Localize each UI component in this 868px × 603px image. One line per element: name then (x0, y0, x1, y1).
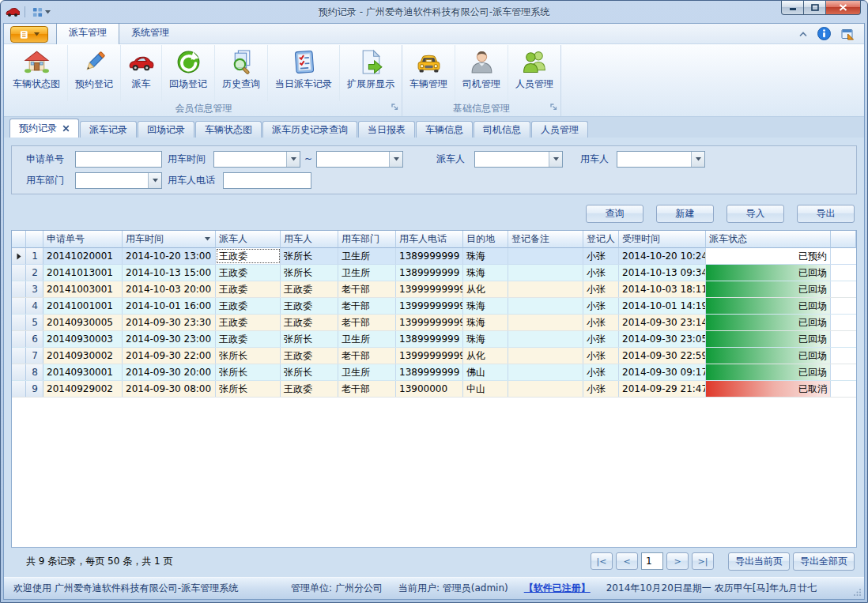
grid-cell[interactable]: 老干部 (338, 381, 396, 397)
grid-cell[interactable]: 王政委 (281, 348, 338, 364)
query-button[interactable]: 查询 (586, 205, 643, 223)
grid-header-cell[interactable]: 受理时间 (619, 231, 706, 248)
grid-cell[interactable]: 王政委 (216, 315, 281, 330)
grid-header-cell[interactable]: 用车人电话 (396, 231, 463, 248)
grid-cell[interactable]: 1389999999 (396, 331, 463, 347)
grid-cell[interactable]: 13999999999 (396, 298, 463, 314)
grid-header-cell[interactable]: 目的地 (463, 231, 508, 248)
minimize-button[interactable] (781, 1, 804, 15)
row-selector-cell[interactable] (12, 281, 26, 297)
grid-cell[interactable]: 20140929002 (43, 381, 123, 397)
grid-cell[interactable]: 珠海 (463, 265, 508, 281)
extended-screen-button[interactable]: 扩展屏显示 (339, 45, 402, 101)
grid-cell[interactable]: 13999999999 (396, 348, 463, 364)
grid-cell[interactable]: 珠海 (463, 315, 508, 330)
grid-cell[interactable]: 王政委 (281, 381, 338, 397)
grid-header-cell[interactable]: 用车部门 (338, 231, 396, 248)
grid-cell[interactable]: 13999999999 (396, 315, 463, 330)
grid-cell[interactable]: 张所长 (281, 331, 338, 347)
grid-cell[interactable]: 小张 (583, 298, 619, 314)
grid-cell[interactable]: 20141020001 (43, 248, 123, 264)
grid-cell[interactable]: 小张 (583, 248, 619, 264)
grid-cell[interactable] (508, 265, 583, 281)
personnel-manage-button[interactable]: 人员管理 (508, 45, 560, 101)
doc-tab-reservation-records[interactable]: 预约记录 (9, 119, 79, 138)
grid-cell[interactable]: 老干部 (338, 348, 396, 364)
grid-cell[interactable]: 2014-10-01 16:00 (123, 298, 216, 314)
next-page-button[interactable]: > (666, 552, 689, 570)
grid-cell[interactable] (508, 381, 583, 397)
doc-tab-vehicle-info[interactable]: 车辆信息 (416, 121, 473, 138)
resize-grip[interactable] (853, 588, 862, 597)
grid-cell[interactable] (508, 248, 583, 264)
row-selector-cell[interactable] (12, 265, 26, 281)
row-selector-cell[interactable] (12, 331, 26, 347)
grid-cell[interactable]: 王政委 (216, 331, 281, 347)
row-selector-cell[interactable] (12, 248, 26, 264)
quick-access-toolbar[interactable] (30, 6, 53, 18)
grid-cell[interactable]: 卫生所 (338, 248, 396, 264)
grid-cell[interactable]: 中山 (463, 381, 508, 397)
grid-cell[interactable]: 卫生所 (338, 364, 396, 380)
vehicle-status-chart-button[interactable]: 车辆状态图 (6, 45, 67, 101)
return-register-button[interactable]: 回场登记 (161, 45, 214, 101)
grid-cell[interactable]: 王政委 (216, 265, 281, 281)
grid-cell[interactable]: 2014-10-13 15:00 (123, 265, 216, 281)
row-selector-cell[interactable] (12, 348, 26, 364)
today-dispatch-records-button[interactable]: 当日派车记录 (267, 45, 339, 101)
page-number-box[interactable]: 1 (641, 552, 663, 570)
tab-close-icon[interactable] (62, 125, 70, 132)
grid-cell[interactable]: 2014-09-30 23:14 (619, 315, 706, 330)
grid-cell[interactable]: 张所长 (281, 248, 338, 264)
ribbon-collapse-button[interactable] (798, 31, 808, 37)
row-selector-cell[interactable] (12, 364, 26, 380)
grid-cell[interactable]: 20140930002 (43, 348, 123, 364)
doc-tab-driver-info[interactable]: 司机信息 (474, 121, 530, 138)
grid-cell[interactable]: 老干部 (338, 298, 396, 314)
dialog-launcher[interactable] (391, 102, 398, 113)
reservation-register-button[interactable]: 预约登记 (67, 45, 120, 101)
grid-cell[interactable]: 小张 (583, 381, 619, 397)
license-link[interactable]: 【软件已注册】 (524, 582, 591, 595)
grid-cell[interactable]: 20140930003 (43, 331, 123, 347)
prev-page-button[interactable]: < (616, 552, 638, 570)
request-no-input[interactable] (75, 151, 162, 168)
dispatch-button[interactable]: 派车 (120, 45, 161, 101)
phone-input[interactable] (223, 172, 311, 189)
grid-header-cell[interactable]: 用车人 (281, 231, 338, 248)
department-combo[interactable] (75, 172, 162, 189)
grid-cell[interactable]: 1389999999 (396, 248, 463, 264)
grid-cell[interactable]: 2014-09-30 22:59 (619, 348, 706, 364)
grid-cell[interactable]: 2014-10-01 14:19 (619, 298, 706, 314)
grid-cell[interactable]: 从化 (463, 281, 508, 297)
grid-cell[interactable]: 王政委 (216, 281, 281, 297)
grid-cell[interactable]: 2014-10-20 10:24 (619, 248, 706, 264)
grid-cell[interactable]: 2014-09-30 23:05 (619, 331, 706, 347)
grid-cell[interactable]: 王政委 (281, 315, 338, 330)
status-cell[interactable]: 已回场 (706, 315, 831, 330)
doc-tab-vehicle-status-chart[interactable]: 车辆状态图 (195, 121, 262, 138)
grid-cell[interactable]: 13999999999 (396, 281, 463, 297)
driver-manage-button[interactable]: 司机管理 (455, 45, 508, 101)
grid-cell[interactable]: 小张 (583, 281, 619, 297)
grid-cell[interactable]: 2014-09-30 08:00 (123, 381, 216, 397)
grid-cell[interactable]: 老干部 (338, 315, 396, 330)
grid-cell[interactable]: 2014-09-29 21:47 (619, 381, 706, 397)
grid-cell[interactable]: 卫生所 (338, 265, 396, 281)
grid-cell[interactable]: 小张 (583, 331, 619, 347)
grid-cell[interactable]: 2014-09-30 23:30 (123, 315, 216, 330)
info-button[interactable] (817, 27, 831, 40)
grid-cell[interactable] (508, 281, 583, 297)
grid-cell[interactable]: 2014-09-30 23:00 (123, 331, 216, 347)
grid-cell[interactable]: 1389999999 (396, 364, 463, 380)
grid-cell[interactable]: 王政委 (216, 298, 281, 314)
status-cell[interactable]: 已回场 (706, 364, 831, 380)
grid-cell[interactable]: 珠海 (463, 298, 508, 314)
grid-cell[interactable]: 小张 (583, 364, 619, 380)
grid-cell[interactable]: 20140930005 (43, 315, 123, 330)
grid-cell[interactable] (508, 298, 583, 314)
grid-header-cell[interactable]: 派车人 (216, 231, 281, 248)
status-cell[interactable]: 已预约 (706, 248, 831, 264)
dialog-launcher[interactable] (550, 102, 557, 113)
doc-tab-dispatch-records[interactable]: 派车记录 (80, 121, 137, 138)
